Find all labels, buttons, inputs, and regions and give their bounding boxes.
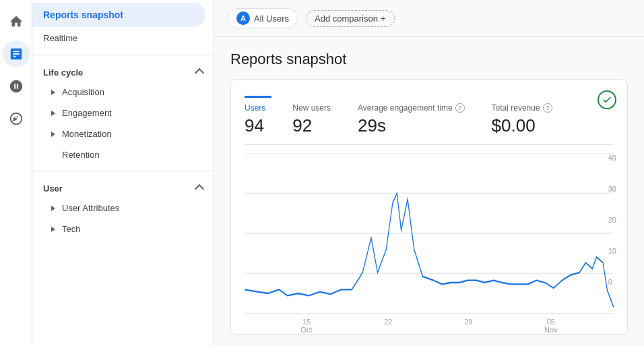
chart-tab-users[interactable] [245,90,271,98]
metric-users: Users 94 [245,103,265,136]
chart-area: 15 Oct 22 29 05 Nov [245,145,614,334]
user-avatar: A [236,11,250,25]
realtime-icon[interactable] [3,73,30,100]
y-label-20: 20 [608,216,616,224]
x-axis-labels: 15 Oct 22 29 05 Nov [245,315,614,339]
all-users-label: All Users [254,13,289,24]
chevron-right-icon [51,132,55,137]
explore-icon[interactable] [3,105,30,132]
x-label-oct22: 22 [384,318,392,334]
sidebar-user-label: User [43,183,63,194]
all-users-chip[interactable]: A All Users [228,8,298,28]
metrics-row: Users 94 New users 92 Average engagement… [245,103,614,145]
chart-tabs [245,90,614,98]
chevron-right-icon-ua [51,206,55,211]
sidebar: Reports snapshot Realtime Life cycle Acq… [32,0,214,346]
content-area: Reports snapshot Users 94 New users 92 A… [214,37,644,346]
main-content: A All Users Add comparison + Reports sna… [214,0,644,346]
sidebar-user-attributes-label: User Attributes [62,203,119,213]
home-icon[interactable] [3,8,30,35]
chevron-right-icon-tech [51,227,55,232]
sidebar-item-tech[interactable]: Tech [32,219,214,239]
chevron-up-icon [195,67,204,77]
metric-revenue-label: Total revenue ? [492,103,552,113]
sidebar-item-user-attributes[interactable]: User Attributes [32,198,214,219]
chart-svg-container [245,153,614,315]
chevron-right-icon [51,90,55,95]
total-revenue-info-icon[interactable]: ? [543,103,552,113]
metric-users-value: 94 [245,115,265,136]
metric-total-revenue: Total revenue ? $0.00 [492,103,552,136]
sidebar-engagement-label: Engagement [62,108,112,118]
icon-navigation [0,0,32,346]
page-title: Reports snapshot [230,51,628,68]
sidebar-item-engagement[interactable]: Engagement [32,103,214,123]
chevron-up-icon-2 [195,183,204,193]
metric-avg-label: Average engagement time ? [358,103,465,113]
y-label-40: 40 [608,154,616,162]
sidebar-section-lifecycle[interactable]: Life cycle [32,61,214,82]
add-comparison-plus: + [381,13,386,24]
x-label-oct15: 15 Oct [300,318,312,334]
sidebar-item-realtime[interactable]: Realtime [32,27,214,49]
avg-engagement-info-icon[interactable]: ? [455,103,465,113]
sidebar-item-acquisition[interactable]: Acquisition [32,82,214,103]
top-bar: A All Users Add comparison + [214,0,644,37]
metric-new-users-label: New users [292,103,331,113]
y-axis-labels: 40 30 20 10 0 [608,154,616,286]
analytics-icon[interactable] [3,40,30,67]
sidebar-acquisition-label: Acquisition [62,87,104,97]
metric-new-users-value: 92 [292,115,331,136]
sidebar-section-user[interactable]: User [32,177,214,198]
metric-avg-engagement: Average engagement time ? 29s [358,103,465,136]
check-circle-icon [598,90,616,109]
metric-avg-value: 29s [358,115,465,136]
sidebar-retention-label: Retention [51,150,100,160]
sidebar-monetization-label: Monetization [62,129,112,139]
sidebar-divider-2 [32,171,214,171]
sidebar-lifecycle-label: Life cycle [43,67,83,78]
x-label-nov05: 05 Nov [544,318,558,334]
add-comparison-label: Add comparison [315,13,378,24]
chevron-right-icon [51,111,55,116]
sidebar-reports-snapshot[interactable]: Reports snapshot [32,3,205,27]
line-chart-svg [245,153,614,315]
metric-new-users: New users 92 [292,103,331,136]
y-label-10: 10 [608,247,616,255]
y-label-0: 0 [608,278,616,286]
add-comparison-button[interactable]: Add comparison + [306,10,395,27]
sidebar-item-retention[interactable]: Retention [32,144,214,165]
sidebar-divider-1 [32,55,214,55]
metrics-card: Users 94 New users 92 Average engagement… [230,79,628,335]
y-label-30: 30 [608,185,616,193]
metric-users-label: Users [245,103,265,113]
sidebar-tech-label: Tech [62,224,80,234]
sidebar-item-monetization[interactable]: Monetization [32,123,214,144]
metric-revenue-value: $0.00 [492,115,552,136]
x-label-oct29: 29 [464,318,472,334]
